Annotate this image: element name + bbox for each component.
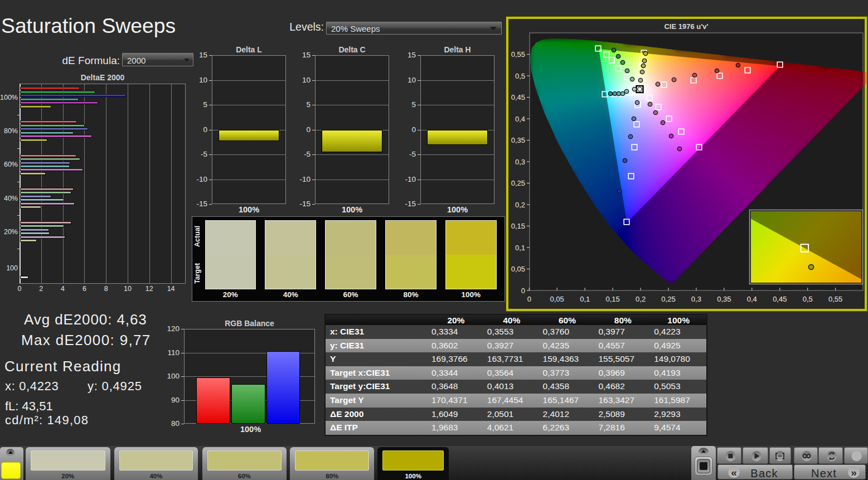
- svg-text:0,45: 0,45: [511, 93, 525, 101]
- svg-text:0,35: 0,35: [717, 295, 731, 303]
- svg-text:0,5: 0,5: [803, 295, 813, 303]
- svg-text:0,3: 0,3: [515, 158, 525, 166]
- svg-text:0,1: 0,1: [515, 244, 525, 252]
- svg-text:0: 0: [527, 295, 531, 303]
- svg-text:0,4: 0,4: [515, 115, 525, 123]
- svg-text:0,45: 0,45: [773, 295, 787, 303]
- svg-text:0,35: 0,35: [511, 136, 525, 144]
- svg-text:CIE 1976 u'v': CIE 1976 u'v': [664, 22, 708, 31]
- svg-text:0,2: 0,2: [515, 201, 525, 209]
- svg-text:0,05: 0,05: [511, 265, 525, 273]
- svg-text:0,4: 0,4: [747, 295, 757, 303]
- svg-text:0,15: 0,15: [605, 295, 619, 303]
- svg-text:0,2: 0,2: [636, 295, 646, 303]
- svg-text:0,25: 0,25: [661, 295, 675, 303]
- svg-text:0,55: 0,55: [828, 295, 842, 303]
- svg-text:0,1: 0,1: [580, 295, 590, 303]
- svg-text:0,15: 0,15: [511, 222, 525, 230]
- svg-text:0,55: 0,55: [511, 50, 525, 59]
- svg-text:0,25: 0,25: [511, 179, 525, 187]
- svg-text:0,5: 0,5: [515, 72, 525, 80]
- svg-text:0: 0: [521, 287, 525, 295]
- svg-text:0,3: 0,3: [691, 295, 701, 303]
- svg-text:0,05: 0,05: [550, 295, 564, 303]
